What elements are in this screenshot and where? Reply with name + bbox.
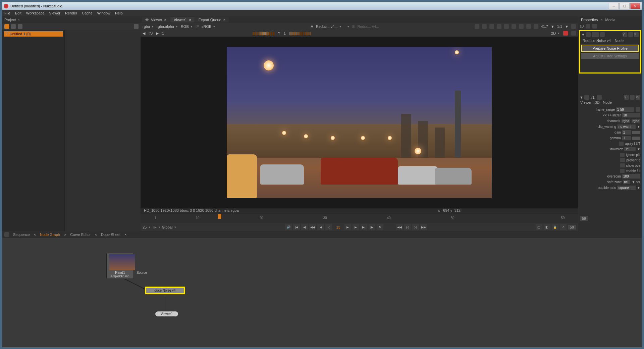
tf-select[interactable]: TF▼ (152, 225, 160, 229)
channels-alpha[interactable]: rgba.alpha▼ (157, 24, 178, 29)
menu-help[interactable]: Help (115, 11, 123, 15)
prepare-profile-button[interactable]: Prepare Noise Profile (581, 45, 639, 52)
gain-slider[interactable] (632, 131, 640, 134)
project-tree[interactable]: └ Untitled 1 {0} (2, 30, 64, 231)
loop-button[interactable]: ↻ (377, 224, 383, 230)
roi-icon[interactable] (475, 24, 479, 29)
refresh-icon[interactable] (519, 24, 524, 29)
global-select[interactable]: Global▼ (162, 225, 177, 229)
node-num-icon[interactable] (592, 32, 599, 37)
downrez-select[interactable]: 1:1 (624, 147, 636, 151)
tab-sequence[interactable]: Sequence (10, 232, 33, 237)
help-icon[interactable]: ? (624, 95, 629, 100)
in-point-button[interactable]: |◁ (404, 224, 411, 230)
tab-properties[interactable]: Properties (581, 18, 598, 22)
y-value[interactable]: 1 (284, 31, 286, 35)
next-button[interactable]: ▶ (353, 224, 359, 230)
tab-media[interactable]: Media (605, 18, 615, 22)
frame-range-input[interactable]: 1-59 (616, 107, 634, 112)
tab-nodegraph[interactable]: Node Graph (37, 232, 63, 237)
channels-rgba[interactable]: rgba▼ (143, 24, 154, 29)
anim-icon[interactable] (636, 107, 640, 112)
skip-fwd-button[interactable]: ▶▶ (420, 224, 427, 230)
first-frame-button[interactable]: |◀ (293, 224, 300, 230)
channels2-input[interactable]: rgba (632, 119, 640, 123)
outside-select[interactable]: square (618, 186, 636, 190)
edit-icon[interactable] (597, 95, 602, 100)
enable-checkbox[interactable] (620, 169, 625, 173)
fstop[interactable]: f/8 (149, 31, 153, 35)
gamma-slider[interactable] (632, 137, 640, 140)
zoom-value[interactable]: 41.7 (541, 24, 548, 29)
frame-num[interactable]: 1 (162, 31, 164, 35)
out-frame[interactable]: 59 (568, 225, 576, 230)
next-frame-button[interactable]: ▶ (156, 31, 159, 36)
detail-icon[interactable] (18, 24, 22, 29)
colorspace[interactable]: sRGB▼ (202, 24, 215, 29)
close-icon[interactable]: × (18, 18, 20, 21)
adjust-filter-button[interactable]: Adjust Filter Settings (581, 53, 639, 59)
tab-viewer[interactable]: 👁Viewer× (142, 17, 170, 22)
overscan-input[interactable]: 100 (622, 174, 640, 179)
pen-icon[interactable] (571, 31, 576, 36)
pause-icon[interactable] (534, 24, 538, 29)
retime-icon[interactable]: ◧ (544, 224, 550, 230)
menu-viewer[interactable]: Viewer (49, 11, 60, 15)
menu-edit[interactable]: Edit (15, 11, 21, 15)
monitor-icon[interactable]: ▢ (536, 224, 542, 230)
mode-2d[interactable]: 2D▼ (551, 31, 560, 35)
input-b[interactable]: Reduc... v4... (358, 24, 379, 29)
node-graph[interactable]: Read1 ampleClip.mp Source duce Noise v4 … (2, 238, 642, 347)
tab-node2[interactable]: Node (603, 100, 612, 106)
revert-icon[interactable] (630, 95, 635, 100)
playhead[interactable] (218, 214, 221, 219)
clip-icon[interactable] (489, 24, 494, 29)
tab-reduce-noise[interactable]: Reduce Noise v4 (583, 39, 611, 43)
channels-rgb[interactable]: RGB▼ (181, 24, 193, 29)
tab-export[interactable]: Export Queue× (195, 17, 229, 22)
proxy-icon[interactable] (482, 24, 487, 29)
minimize-button[interactable]: ─ (609, 3, 619, 9)
chevron-down-icon[interactable]: ▼ (581, 33, 585, 37)
reload-icon[interactable] (526, 24, 531, 29)
search-icon[interactable] (134, 24, 139, 29)
tab-node[interactable]: Node (615, 39, 624, 43)
edit-icon[interactable] (600, 32, 605, 37)
lock-icon[interactable]: 🔒 (552, 224, 558, 230)
export-icon[interactable]: ↗ (560, 224, 567, 230)
tab-curve[interactable]: Curve Editor (67, 232, 94, 237)
play-back-button[interactable]: ◀ (317, 224, 324, 230)
menu-cache[interactable]: Cache (82, 11, 93, 15)
play-button[interactable]: ▶ (344, 224, 351, 230)
prev-button[interactable]: ◁ (325, 224, 332, 230)
skip-back-button[interactable]: ◀◀ (396, 224, 403, 230)
sound-icon[interactable]: 🔊 (285, 224, 292, 230)
grid-icon[interactable] (4, 24, 9, 29)
list-icon[interactable] (11, 24, 16, 29)
center-icon[interactable] (586, 32, 591, 37)
input-a[interactable]: Reduc... v4...▼ (316, 24, 342, 29)
chevron-down-icon[interactable]: ▼ (580, 95, 583, 99)
lut-icon[interactable] (504, 24, 509, 29)
zoom-ratio[interactable]: 1:1 (557, 24, 562, 29)
prev-frame-button[interactable]: ◀ (143, 31, 145, 36)
reduce-noise-node[interactable]: duce Noise v4 (145, 287, 185, 294)
layout-icon[interactable] (4, 232, 9, 237)
project-item[interactable]: └ Untitled 1 {0} (4, 31, 63, 37)
fps-select[interactable]: 25▼ (143, 225, 151, 229)
current-frame[interactable]: 13 (333, 225, 343, 229)
gain-input[interactable]: 1 (622, 130, 631, 135)
tab-viewer2[interactable]: Viewer (580, 100, 591, 106)
close-prop-icon[interactable]: × (636, 95, 640, 100)
menu-workspace[interactable]: Workspace (26, 11, 45, 15)
expand-icon[interactable] (571, 24, 576, 29)
center-icon[interactable] (584, 95, 589, 100)
increment-input[interactable]: 10 (622, 113, 640, 117)
record-icon[interactable] (563, 31, 568, 36)
input-wipe[interactable]: -▼ (344, 24, 350, 29)
close-prop-icon[interactable]: × (634, 32, 639, 37)
close-button[interactable]: ✕ (630, 3, 640, 9)
project-tab[interactable]: Project (4, 18, 16, 22)
viewer-canvas[interactable]: HD_1080 (141, 37, 578, 208)
menu-window[interactable]: Window (97, 11, 110, 15)
